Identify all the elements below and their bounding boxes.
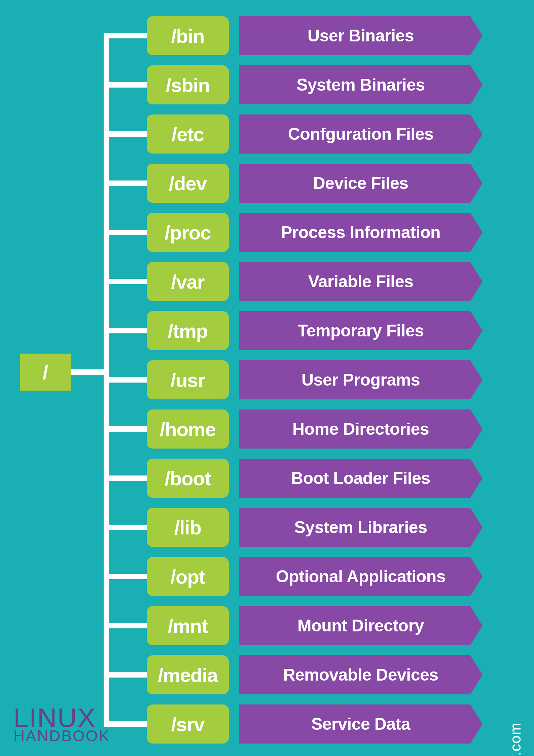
description-label: Confguration Files	[288, 124, 434, 144]
directory-box: /home	[147, 409, 229, 449]
tree-row: /devDevice Files	[71, 164, 495, 203]
branch-connector	[104, 525, 147, 530]
tree-row: /srvService Data	[71, 704, 495, 744]
brand-logo: LINUX HANDBOOK	[13, 706, 110, 743]
root-directory: /	[20, 354, 71, 391]
description-box: Confguration Files	[239, 114, 483, 154]
tree-row: /bootBoot Loader Files	[71, 459, 495, 498]
branch-connector	[104, 672, 147, 678]
branch-connector	[104, 82, 147, 88]
description-label: Mount Directory	[297, 616, 424, 635]
branch-connector	[104, 426, 147, 432]
branch-connector	[104, 328, 147, 333]
description-label: Removable Devices	[283, 665, 438, 685]
branch-connector	[104, 574, 147, 579]
description-label: Home Directories	[292, 419, 429, 439]
branch-connector	[104, 279, 147, 284]
directory-box: /proc	[147, 213, 229, 252]
branch-connector	[104, 33, 147, 38]
tree-row: /homeHome Directories	[71, 409, 495, 449]
description-label: User Binaries	[308, 26, 414, 45]
description-label: Device Files	[313, 173, 408, 193]
description-box: User Binaries	[239, 16, 483, 55]
directory-box: /mnt	[147, 606, 229, 645]
logo-top-text: LINUX	[13, 706, 110, 729]
directory-box: /lib	[147, 508, 229, 547]
description-box: Boot Loader Files	[239, 459, 483, 498]
description-box: Variable Files	[239, 262, 483, 301]
tree-row: /tmpTemporary Files	[71, 311, 495, 350]
directory-box: /var	[147, 262, 229, 301]
description-box: System Libraries	[239, 508, 483, 547]
tree-row: /optOptional Applications	[71, 557, 495, 596]
tree-row: /etcConfguration Files	[71, 114, 495, 154]
description-box: Removable Devices	[239, 655, 483, 694]
directory-box: /sbin	[147, 65, 229, 104]
description-box: Process Information	[239, 213, 483, 252]
directory-box: /tmp	[147, 311, 229, 350]
tree-row: /procProcess Information	[71, 213, 495, 252]
tree-row: /sbinSystem Binaries	[71, 65, 495, 104]
watermark-url: linuxhandbook.com	[507, 722, 524, 756]
tree-row: /varVariable Files	[71, 262, 495, 301]
directory-box: /boot	[147, 459, 229, 498]
description-label: System Binaries	[296, 75, 425, 95]
tree-row: /binUser Binaries	[71, 16, 495, 55]
description-label: Service Data	[311, 714, 410, 734]
description-box: Device Files	[239, 164, 483, 203]
description-box: Temporary Files	[239, 311, 483, 350]
directory-box: /dev	[147, 164, 229, 203]
root-label: /	[43, 361, 48, 384]
branch-connector	[104, 623, 147, 628]
description-label: Temporary Files	[297, 321, 424, 340]
directory-tree: /binUser Binaries/sbinSystem Binaries/et…	[71, 16, 495, 754]
directory-box: /media	[147, 655, 229, 694]
directory-box: /opt	[147, 557, 229, 596]
tree-row: /mediaRemovable Devices	[71, 655, 495, 694]
branch-connector	[104, 230, 147, 235]
tree-row: /libSystem Libraries	[71, 508, 495, 547]
description-box: User Programs	[239, 360, 483, 399]
branch-connector	[104, 377, 147, 383]
directory-box: /srv	[147, 704, 229, 744]
branch-connector	[104, 475, 147, 481]
directory-box: /bin	[147, 16, 229, 55]
description-box: Service Data	[239, 704, 483, 744]
branch-connector	[104, 131, 147, 137]
description-box: Optional Applications	[239, 557, 483, 596]
branch-connector	[104, 180, 147, 186]
description-box: Mount Directory	[239, 606, 483, 645]
description-box: System Binaries	[239, 65, 483, 104]
description-label: Optional Applications	[276, 567, 446, 586]
tree-row: /usrUser Programs	[71, 360, 495, 399]
directory-box: /usr	[147, 360, 229, 399]
description-label: Process Information	[281, 223, 440, 242]
tree-row: /mntMount Directory	[71, 606, 495, 645]
description-label: Boot Loader Files	[291, 468, 430, 488]
description-label: User Programs	[301, 370, 420, 390]
directory-box: /etc	[147, 114, 229, 154]
logo-bottom-text: HANDBOOK	[13, 729, 110, 743]
description-label: System Libraries	[294, 518, 427, 537]
description-box: Home Directories	[239, 409, 483, 449]
description-label: Variable Files	[308, 272, 414, 291]
